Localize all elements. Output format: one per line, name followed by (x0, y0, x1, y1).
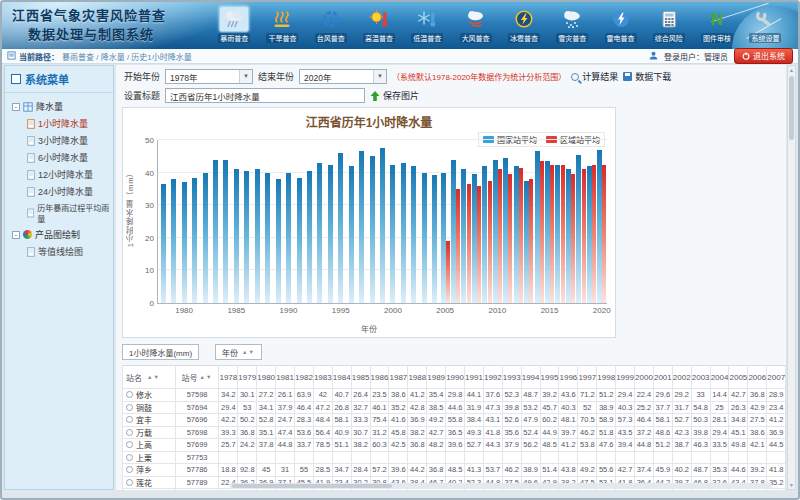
toolbar-item-map-review[interactable]: N 图件审核 (693, 4, 741, 48)
sort-icons[interactable]: ▲▼ (200, 374, 213, 380)
toolbar-item-drought[interactable]: 干旱普查 (258, 4, 306, 48)
toolbar-item-high-temp[interactable]: 高温普查 (355, 4, 403, 48)
value-cell: 14.4 (711, 389, 730, 402)
station-row[interactable]: 铜鼓5769429.45334.137.946.447.226.832.746.… (122, 402, 786, 415)
station-name-cell: 宜丰 (122, 414, 176, 427)
sidebar-item-12h-precipitation[interactable]: 12小时降水量 (7, 166, 111, 183)
value-cell (522, 452, 541, 465)
station-row[interactable]: 上栗57753 (122, 452, 786, 465)
vertical-scrollbar[interactable]: ▲ ▼ (787, 65, 796, 490)
toolbar-item-hail[interactable]: 冰雹普查 (500, 4, 548, 48)
radio-icon[interactable] (126, 479, 133, 486)
save-image-button[interactable]: 保存图片 (370, 89, 419, 102)
radio-icon[interactable] (126, 441, 133, 448)
station-row[interactable]: 修水5759834.230.127.226.163.94240.726.423.… (122, 389, 786, 402)
station-row[interactable]: 宜春5779323.939.519.562.521.446.852.847.85… (122, 489, 786, 490)
unit-filter-box[interactable]: 1小时降水量(mm) (122, 344, 199, 360)
column-header: 2004 (711, 365, 730, 389)
toolbar-item-gale[interactable]: 大风普查 (451, 4, 499, 48)
vscroll-thumb[interactable] (789, 76, 794, 140)
end-year-select[interactable]: 2020年▼ (299, 69, 387, 84)
download-button[interactable]: 数据下载 (623, 70, 671, 83)
toolbar-item-rainstorm[interactable]: 暴雨普查 (210, 4, 258, 48)
radio-icon[interactable] (126, 391, 133, 398)
scroll-down-icon[interactable]: ▼ (788, 482, 795, 488)
sidebar-item-process-average[interactable]: 历年暴雨过程平均雨量 (7, 200, 111, 226)
sort-icons[interactable]: ▲▼ (147, 374, 160, 380)
toolbar-item-typhoon[interactable]: 台风普查 (307, 4, 355, 48)
breadcrumb[interactable]: 暴雨普查 / 降水量 / 历史1小时降水量 (62, 51, 192, 62)
radio-icon[interactable] (126, 466, 133, 473)
tree-group-precipitation[interactable]: - 降水量 (7, 98, 111, 115)
calculate-button[interactable]: 计算结果 (571, 70, 618, 83)
column-header: 1978 (219, 365, 238, 389)
sort-icons[interactable]: ▲▼ (242, 349, 255, 355)
value-cell: 38.2 (352, 439, 371, 452)
logout-button[interactable]: 退出系统 (734, 48, 793, 64)
value-cell: 43.6 (559, 389, 578, 402)
radio-icon[interactable] (126, 416, 133, 423)
radio-icon[interactable] (126, 429, 133, 436)
sidebar-item-isoline-drawing[interactable]: 等值线绘图 (7, 243, 111, 260)
column-header: 1999 (616, 365, 635, 389)
station-row[interactable]: 宜丰5769642.250.252.824.728.348.458.133.37… (122, 414, 786, 427)
value-cell: 34.2 (219, 389, 238, 402)
value-cell (541, 452, 560, 465)
toolbar-item-low-temp[interactable]: 低温普查 (403, 4, 451, 48)
value-cell: 47.3 (654, 489, 673, 490)
radio-icon[interactable] (126, 454, 133, 461)
column-header: 1988 (408, 365, 427, 389)
wind-cloud-icon (461, 6, 491, 32)
toolbar-item-comprehensive-risk[interactable]: 综合风险 (645, 4, 693, 48)
value-cell: 41.9 (673, 489, 692, 490)
year-sort-box[interactable]: 年份 ▲▼ (215, 344, 262, 360)
sidebar-item-24h-precipitation[interactable]: 24小时降水量 (7, 183, 111, 200)
chart-title-input[interactable] (165, 88, 365, 103)
sidebar-item-1h-precipitation[interactable]: 1小时降水量 (7, 115, 111, 132)
value-cell: 30.1 (238, 389, 257, 402)
station-row[interactable]: 萍乡5778618.892.845315528.534.728.457.239.… (122, 464, 786, 477)
value-cell: 39.6 (389, 464, 408, 477)
y-tick-label: 50 (145, 136, 154, 145)
page-icon (27, 247, 35, 257)
station-name-cell: 铜鼓 (122, 402, 176, 415)
bar-national-station (234, 169, 239, 303)
menu-icon (11, 74, 21, 84)
value-cell: 31.2 (371, 427, 390, 440)
sidebar-item-6h-precipitation[interactable]: 6小时降水量 (7, 149, 111, 166)
hscroll-thumb[interactable] (232, 484, 392, 488)
toolbar-label: 冰雹普查 (508, 33, 540, 43)
start-year-select[interactable]: 1978年▼ (165, 69, 253, 84)
value-cell: 23.9 (219, 489, 238, 490)
toolbar-item-system-settings[interactable]: 系统设置 (741, 4, 789, 48)
toolbar-item-snow[interactable]: 雪灾普查 (548, 4, 596, 48)
value-cell: 31 (276, 464, 295, 477)
palette-icon (23, 230, 32, 239)
login-user-text: 登录用户：管理员 (664, 51, 728, 62)
value-cell: 45.9 (654, 464, 673, 477)
station-name-cell: 上栗 (122, 452, 176, 465)
chart-title: 江西省历年1小时降水量 (123, 113, 615, 130)
collapse-icon[interactable]: - (12, 103, 20, 111)
map-review-icon: N (702, 6, 732, 32)
toolbar-item-lightning[interactable]: 雷电普查 (596, 4, 644, 48)
station-row[interactable]: 万载5769839.336.835.147.453.656.440.930.73… (122, 427, 786, 440)
value-cell: 40.3 (559, 402, 578, 415)
bar-national-station (338, 153, 343, 303)
column-header[interactable]: 站号▲▼ (176, 365, 220, 389)
collapse-icon[interactable]: - (12, 231, 20, 239)
chevron-down-icon: ▼ (239, 70, 252, 83)
status-bar: 当前路径： 暴雨普查 / 降水量 / 历史1小时降水量 登录用户：管理员 退出系… (2, 49, 798, 64)
sidebar-item-3h-precipitation[interactable]: 3小时降水量 (7, 132, 111, 149)
page-icon (27, 208, 34, 218)
scroll-up-icon[interactable]: ▲ (788, 67, 795, 73)
x-tick-label: 1995 (332, 306, 350, 315)
station-row[interactable]: 上高5769925.724.237.844.833.778.551.138.26… (122, 439, 786, 452)
value-cell: 39.7 (559, 427, 578, 440)
tree-group-product-drawing[interactable]: - 产品图绘制 (7, 226, 111, 243)
column-header[interactable]: 站名▲▼ (122, 365, 176, 389)
horizontal-scrollbar[interactable] (230, 483, 772, 489)
rain-cloud-icon (219, 6, 249, 32)
value-cell: 44.6 (729, 464, 748, 477)
radio-icon[interactable] (126, 404, 133, 411)
